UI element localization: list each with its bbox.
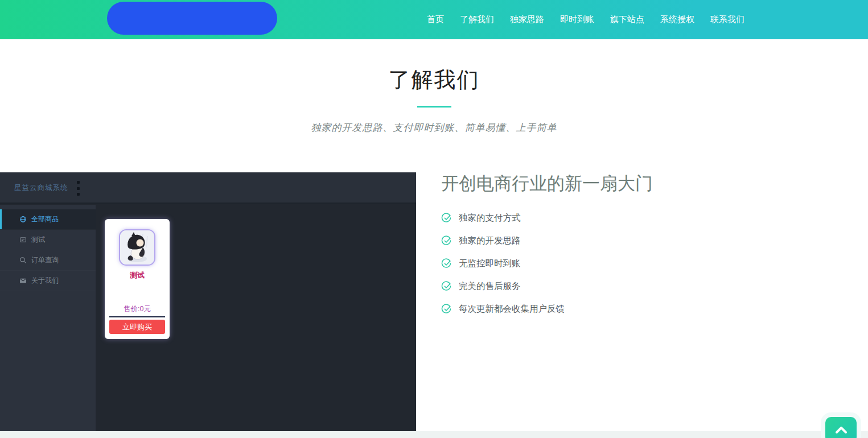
panel-sidebar: 全部商品 测试 订单查询 bbox=[0, 205, 96, 431]
check-circle-icon bbox=[441, 235, 451, 246]
logo[interactable] bbox=[107, 2, 277, 35]
feature-label: 每次更新都会收集用户反馈 bbox=[459, 303, 565, 315]
sidebar-item-order-query[interactable]: 订单查询 bbox=[0, 250, 96, 271]
sidebar-item-all-products[interactable]: 全部商品 bbox=[0, 209, 96, 230]
chibi-character-illustration bbox=[120, 230, 154, 265]
list-item: 每次更新都会收集用户反馈 bbox=[441, 297, 760, 320]
sidebar-item-about-us[interactable]: 关于我们 bbox=[0, 271, 96, 291]
nav-item-contact[interactable]: 联系我们 bbox=[710, 14, 744, 25]
product-price: 售价:0元 bbox=[105, 304, 170, 314]
sidebar-item-label: 订单查询 bbox=[31, 255, 59, 265]
check-circle-icon bbox=[441, 304, 451, 314]
product-name: 测试 bbox=[105, 270, 170, 280]
nav-item-sites[interactable]: 旗下站点 bbox=[610, 14, 644, 25]
feature-label: 完美的售后服务 bbox=[459, 280, 521, 292]
nav-item-about[interactable]: 了解我们 bbox=[460, 14, 494, 25]
features-heading: 开创电商行业的新一扇大门 bbox=[441, 172, 760, 195]
list-item: 完美的售后服务 bbox=[441, 275, 760, 297]
panel-topbar: 星益云商城系统 bbox=[0, 172, 416, 204]
list-item: 独家的支付方式 bbox=[441, 206, 760, 229]
hero-subtitle: 独家的开发思路、支付即时到账、简单易懂、上手简单 bbox=[0, 121, 868, 134]
envelope-icon bbox=[19, 277, 27, 284]
check-circle-icon bbox=[441, 258, 451, 268]
nav-item-home[interactable]: 首页 bbox=[427, 14, 444, 25]
nav-item-license[interactable]: 系统授权 bbox=[660, 14, 694, 25]
nav-item-ideas[interactable]: 独家思路 bbox=[510, 14, 544, 25]
footer-strip bbox=[0, 431, 868, 438]
card-divider bbox=[109, 316, 165, 317]
globe-icon bbox=[19, 216, 27, 223]
page: 首页 了解我们 独家思路 即时到账 旗下站点 系统授权 联系我们 了解我们 独家… bbox=[0, 0, 868, 438]
header-bar: 首页 了解我们 独家思路 即时到账 旗下站点 系统授权 联系我们 bbox=[0, 0, 868, 39]
feature-list: 独家的支付方式 独家的开发思路 无监控即时到账 完美的售后服务 bbox=[441, 206, 760, 320]
features-section: 开创电商行业的新一扇大门 独家的支付方式 独家的开发思路 无监控即时到账 bbox=[441, 172, 760, 320]
sidebar-item-label: 全部商品 bbox=[31, 214, 59, 224]
panel-content: 测试 售价:0元 立即购买 bbox=[96, 205, 416, 431]
check-circle-icon bbox=[441, 213, 451, 223]
hero-section: 了解我们 独家的开发思路、支付即时到账、简单易懂、上手简单 bbox=[0, 39, 868, 134]
admin-screenshot: 星益云商城系统 全部商品 测试 bbox=[0, 172, 416, 431]
list-item: 无监控即时到账 bbox=[441, 252, 760, 275]
chevron-up-icon bbox=[835, 426, 848, 434]
sidebar-item-label: 关于我们 bbox=[31, 276, 59, 286]
feature-label: 无监控即时到账 bbox=[459, 258, 521, 270]
feature-label: 独家的支付方式 bbox=[459, 212, 521, 224]
app-title: 星益云商城系统 bbox=[14, 172, 68, 204]
sidebar-item-test[interactable]: 测试 bbox=[0, 230, 96, 250]
list-item: 独家的开发思路 bbox=[441, 229, 760, 252]
sidebar-item-label: 测试 bbox=[31, 235, 45, 245]
check-circle-icon bbox=[441, 281, 451, 291]
main-nav: 首页 了解我们 独家思路 即时到账 旗下站点 系统授权 联系我们 bbox=[427, 0, 744, 39]
kebab-menu-icon[interactable] bbox=[73, 181, 83, 196]
product-image bbox=[119, 229, 155, 266]
search-icon bbox=[19, 257, 27, 264]
title-underline bbox=[417, 106, 451, 108]
nav-item-instant-pay[interactable]: 即时到账 bbox=[560, 14, 594, 25]
product-card: 测试 售价:0元 立即购买 bbox=[105, 219, 170, 339]
back-to-top-button[interactable] bbox=[825, 417, 857, 438]
buy-now-button[interactable]: 立即购买 bbox=[109, 320, 165, 334]
list-icon bbox=[19, 236, 27, 243]
feature-label: 独家的开发思路 bbox=[459, 235, 521, 247]
page-title: 了解我们 bbox=[0, 65, 868, 94]
